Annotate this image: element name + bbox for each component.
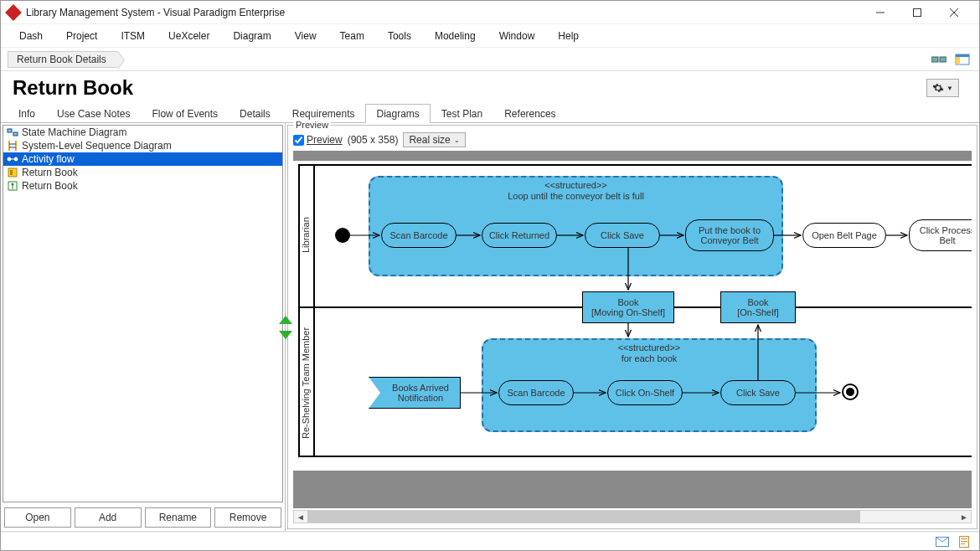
menu-modeling[interactable]: Modeling — [423, 27, 487, 45]
titlebar: Library Management System - Visual Parad… — [1, 1, 979, 24]
svg-point-16 — [14, 157, 18, 161]
diagram-canvas[interactable]: Librarian Re-Shelving Team Member <<stru… — [293, 151, 972, 508]
minimize-button[interactable] — [862, 1, 899, 24]
close-button[interactable] — [936, 1, 972, 24]
menu-help[interactable]: Help — [546, 27, 591, 45]
menu-diagram[interactable]: Diagram — [221, 27, 282, 45]
struct1-tag: <<structured>> — [370, 180, 781, 191]
preview-group: Preview Preview (905 x 358) Real size ⌄ — [287, 125, 977, 529]
page-title: Return Book — [13, 76, 926, 100]
tab-diagrams[interactable]: Diagrams — [365, 104, 430, 123]
zoom-select[interactable]: Real size ⌄ — [403, 132, 465, 147]
final-node — [842, 384, 859, 400]
tree-item-state-machine[interactable]: State Machine Diagram — [3, 126, 282, 139]
menu-tools[interactable]: Tools — [376, 27, 423, 45]
tree-item-activity-flow[interactable]: Activity flow — [3, 152, 282, 166]
remove-button[interactable]: Remove — [214, 507, 281, 528]
lane-header-sep — [313, 164, 315, 457]
chevron-down-icon: ⌄ — [454, 136, 460, 144]
diagram-toolbar-icon[interactable] — [929, 49, 949, 70]
tree-item-sequence[interactable]: System-Level Sequence Diagram — [3, 139, 282, 152]
diagram-list-panel: State Machine Diagram System-Level Seque… — [1, 123, 286, 531]
node-click-save: Click Save — [585, 223, 660, 248]
window-title: Library Management System - Visual Parad… — [26, 7, 862, 18]
tree-item-label: Return Book — [22, 167, 78, 178]
node-click-onshelf: Click On-Shelf — [607, 380, 683, 405]
node-click-process: Click Process Belt — [909, 219, 972, 251]
tab-flow-of-events[interactable]: Flow of Events — [141, 104, 229, 123]
usecase2-icon — [7, 180, 18, 192]
add-button[interactable]: Add — [75, 507, 142, 528]
splitter-up-icon[interactable] — [279, 316, 292, 324]
usecase-icon — [7, 167, 18, 178]
svg-point-15 — [8, 157, 11, 161]
preview-checkbox-input[interactable] — [293, 135, 304, 146]
struct1-sub: Loop until the conveyor belt is full — [370, 191, 781, 202]
horizontal-scrollbar[interactable]: ◄ ► — [293, 510, 972, 523]
open-button[interactable]: Open — [4, 507, 71, 528]
svg-rect-10 — [13, 132, 18, 136]
detail-tabs: Info Use Case Notes Flow of Events Detai… — [1, 103, 979, 123]
tab-info[interactable]: Info — [8, 104, 46, 123]
activity-icon — [7, 153, 18, 165]
tree-item-label: Activity flow — [22, 153, 75, 165]
node-click-save-2: Click Save — [720, 380, 796, 405]
struct2-tag: <<structured>> — [483, 342, 815, 353]
tree-item-label: System-Level Sequence Diagram — [22, 140, 172, 152]
menu-dash[interactable]: Dash — [8, 27, 54, 45]
menu-window[interactable]: Window — [487, 27, 547, 45]
svg-rect-39 — [961, 541, 967, 542]
node-click-returned: Click Returned — [482, 223, 557, 248]
tree-item-label: State Machine Diagram — [22, 126, 126, 138]
tree-item-return-book-1[interactable]: Return Book — [3, 166, 282, 179]
tab-details[interactable]: Details — [229, 104, 281, 123]
gear-icon — [932, 82, 944, 94]
heading-row: Return Book ▼ — [1, 71, 979, 103]
menu-itsm[interactable]: ITSM — [109, 27, 157, 45]
menubar: Dash Project ITSM UeXceler Diagram View … — [1, 24, 979, 48]
scroll-right-icon[interactable]: ► — [957, 511, 971, 523]
node-scan-barcode-2: Scan Barcode — [498, 380, 574, 405]
app-icon — [5, 4, 22, 21]
node-put-book: Put the book to Conveyor Belt — [685, 219, 774, 251]
diagram-tree[interactable]: State Machine Diagram System-Level Seque… — [3, 125, 283, 502]
settings-button[interactable]: ▼ — [926, 79, 959, 97]
menu-uexceler[interactable]: UeXceler — [157, 27, 221, 45]
preview-group-label: Preview — [293, 120, 331, 130]
svg-rect-38 — [961, 538, 967, 539]
initial-node — [335, 228, 350, 243]
page-icon[interactable] — [957, 536, 971, 548]
scrollbar-thumb[interactable] — [307, 511, 860, 523]
lane-bottom-label: Re-Shelving Team Member — [298, 308, 313, 457]
svg-rect-8 — [956, 57, 960, 64]
preview-checkbox[interactable]: Preview — [293, 134, 343, 146]
tab-references[interactable]: References — [493, 104, 566, 123]
mail-icon[interactable] — [936, 536, 949, 548]
svg-rect-9 — [8, 129, 12, 132]
maximize-button[interactable] — [899, 1, 936, 24]
tab-usecase-notes[interactable]: Use Case Notes — [46, 104, 141, 123]
svg-rect-40 — [961, 543, 965, 544]
layout-toolbar-icon[interactable] — [952, 49, 972, 70]
lane-top-label: Librarian — [298, 164, 313, 306]
tab-test-plan[interactable]: Test Plan — [431, 104, 493, 123]
signal-books-arrived: Books Arrived Notification — [369, 377, 461, 409]
menu-view[interactable]: View — [283, 27, 328, 45]
sequence-icon — [7, 140, 18, 152]
scroll-left-icon[interactable]: ◄ — [294, 511, 307, 523]
menu-project[interactable]: Project — [54, 27, 109, 45]
svg-rect-1 — [914, 8, 921, 16]
rename-button[interactable]: Rename — [145, 507, 212, 528]
breadcrumb-bar: Return Book Details — [1, 48, 979, 71]
menu-team[interactable]: Team — [328, 27, 376, 45]
splitter-down-icon[interactable] — [279, 331, 292, 339]
tree-item-label: Return Book — [22, 180, 78, 192]
statusbar — [1, 532, 979, 550]
svg-rect-19 — [10, 170, 13, 175]
obj-moving-onshelf: Book [Moving On-Shelf] — [582, 291, 674, 323]
svg-rect-4 — [931, 57, 938, 62]
breadcrumb-item[interactable]: Return Book Details — [8, 51, 118, 68]
tree-item-return-book-2[interactable]: Return Book — [3, 179, 282, 193]
state-machine-icon — [7, 126, 18, 138]
node-scan-barcode: Scan Barcode — [381, 223, 456, 248]
